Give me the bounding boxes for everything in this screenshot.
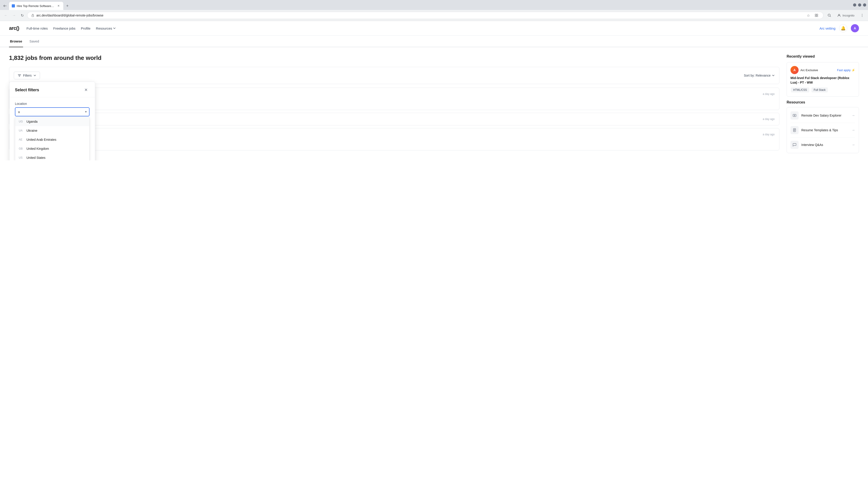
arc-vetting-link[interactable]: Arc vetting xyxy=(819,26,835,30)
featured-job-logo: A xyxy=(790,66,799,74)
tab-list-btn[interactable] xyxy=(2,3,8,9)
address-bar[interactable]: arc.dev/dashboard/d/global-remote-jobs/b… xyxy=(27,12,824,19)
back-btn[interactable]: ← xyxy=(3,12,9,19)
tab-bar: Hire Top Remote Software Dev... ✕ + — ⬜ … xyxy=(0,0,868,10)
country-name: United States xyxy=(26,156,45,160)
nav-right: Arc vetting 🔔 A xyxy=(819,24,859,32)
interview-resource-icon xyxy=(790,141,799,149)
country-name: Uganda xyxy=(26,120,37,123)
table-row[interactable]: ...itive SoC a day ago Algorithm Communi… xyxy=(9,88,779,110)
dialog-close-btn[interactable]: ✕ xyxy=(82,86,90,94)
resources-title: Resources xyxy=(786,100,859,104)
incognito-badge[interactable]: Incognito xyxy=(834,12,857,18)
resource-arrow-icon: → xyxy=(851,113,855,118)
lightning-icon: ⚡ xyxy=(851,68,855,72)
extensions-btn[interactable] xyxy=(813,12,819,19)
nav-fulltime[interactable]: Full-time roles xyxy=(26,26,48,30)
minimize-btn[interactable]: — xyxy=(853,3,856,6)
forward-btn[interactable]: → xyxy=(11,12,17,19)
list-item[interactable]: UG Uganda xyxy=(15,117,89,126)
location-dropdown: UG Uganda UA Ukraine AE xyxy=(15,117,90,160)
new-tab-btn[interactable]: + xyxy=(64,3,70,9)
resume-resource-icon xyxy=(790,126,799,134)
filters-chevron-icon xyxy=(33,74,36,77)
tag: Full Stack xyxy=(811,88,828,92)
table-row[interactable]: a day ago xyxy=(9,113,779,125)
list-item[interactable]: US United States xyxy=(15,153,89,160)
dropdown-scroll[interactable]: UG Uganda UA Ukraine AE xyxy=(15,117,89,160)
featured-job-title: Mid-level Ful Stack developoer (Roblox L… xyxy=(790,76,855,85)
country-name: United Arab Emirates xyxy=(26,138,56,141)
country-code: UA xyxy=(19,129,24,132)
resource-item-resume[interactable]: Resume Templates & Tips → xyxy=(790,123,855,138)
sort-chevron-icon xyxy=(772,74,775,77)
svg-rect-2 xyxy=(817,14,818,15)
bookmark-btn[interactable]: ☆ xyxy=(805,12,811,19)
notifications-btn[interactable]: 🔔 xyxy=(839,24,847,32)
country-code: UG xyxy=(19,120,24,123)
country-code: GB xyxy=(19,147,24,150)
active-tab[interactable]: Hire Top Remote Software Dev... ✕ xyxy=(9,2,63,10)
left-panel: 1,832 jobs from around the world Filters… xyxy=(9,55,779,153)
tab-browse[interactable]: Browse xyxy=(9,36,23,47)
fast-apply-badge: Fast apply ⚡ xyxy=(837,68,855,72)
list-item[interactable]: GB United Kingdom xyxy=(15,144,89,153)
sort-by[interactable]: Sort by: Relevance xyxy=(744,74,775,77)
filter-dialog-title: Select filters xyxy=(15,88,39,92)
resource-name: Interview Q&As xyxy=(801,143,823,147)
job-time: a day ago xyxy=(763,133,775,136)
filter-dialog-header: Select filters ✕ xyxy=(9,82,95,97)
job-time: a day ago xyxy=(763,118,775,121)
nav-freelance[interactable]: Freelance jobs xyxy=(53,26,75,30)
jobs-count: 1,832 jobs from around the world xyxy=(9,55,779,61)
resource-arrow-icon: → xyxy=(851,143,855,147)
list-item[interactable]: AE United Arab Emirates xyxy=(15,135,89,144)
tab-title: Hire Top Remote Software Dev... xyxy=(17,4,55,8)
featured-job-header: A Arc Exclusive Fast apply ⚡ xyxy=(790,66,855,74)
location-input-chevron-icon: ▼ xyxy=(85,110,87,113)
filters-btn[interactable]: Filters xyxy=(14,72,40,79)
reload-btn[interactable]: ↻ xyxy=(19,12,25,19)
resources-container: Remote Dev Salary Explorer → Resume Temp… xyxy=(786,107,859,153)
svg-point-9 xyxy=(862,16,862,17)
svg-rect-3 xyxy=(815,15,816,17)
address-text: arc.dev/dashboard/d/global-remote-jobs/b… xyxy=(36,13,103,17)
filter-dialog: Select filters ✕ Location ▼ UG xyxy=(9,82,95,160)
window-controls: — ⬜ ✕ xyxy=(853,3,866,8)
lock-icon xyxy=(31,13,35,17)
menu-btn[interactable] xyxy=(859,12,865,19)
resource-left: Resume Templates & Tips xyxy=(790,126,838,134)
svg-rect-0 xyxy=(32,15,34,17)
location-label: Location xyxy=(15,102,90,105)
resource-item-interview[interactable]: Interview Q&As → xyxy=(790,138,855,152)
site-header: arc() Full-time roles Freelance jobs Pro… xyxy=(0,21,868,36)
featured-job-card[interactable]: A Arc Exclusive Fast apply ⚡ Mid-level F… xyxy=(786,62,859,97)
resource-arrow-icon: → xyxy=(851,128,855,132)
resource-item-salary[interactable]: Remote Dev Salary Explorer → xyxy=(790,108,855,123)
location-input-wrap: ▼ UG Uganda UA xyxy=(15,107,90,116)
filter-dialog-body: Location ▼ UG Uganda xyxy=(9,97,95,160)
tab-favicon xyxy=(12,4,15,7)
country-code: AE xyxy=(19,138,24,141)
country-code: US xyxy=(19,156,24,159)
address-bar-row: ← → ↻ arc.dev/dashboard/d/global-remote-… xyxy=(0,10,868,21)
location-input[interactable] xyxy=(15,107,90,116)
svg-rect-4 xyxy=(817,15,818,17)
table-row[interactable]: ...ve a day ago ration Network xyxy=(9,128,779,151)
resource-name: Remote Dev Salary Explorer xyxy=(801,113,841,117)
resources-chevron-icon xyxy=(113,27,116,30)
list-item[interactable]: UA Ukraine xyxy=(15,126,89,135)
tab-saved[interactable]: Saved xyxy=(29,36,40,47)
search-btn[interactable] xyxy=(826,12,833,19)
nav-resources[interactable]: Resources xyxy=(96,26,116,30)
restore-btn[interactable]: ⬜ xyxy=(858,3,861,6)
close-btn[interactable]: ✕ xyxy=(863,3,866,6)
job-tags: Algorithm Communication xyxy=(14,99,775,105)
job-list: ...itive SoC a day ago Algorithm Communi… xyxy=(9,88,779,151)
tab-close-btn[interactable]: ✕ xyxy=(57,4,61,8)
resource-left: Remote Dev Salary Explorer xyxy=(790,111,841,120)
site-logo[interactable]: arc() xyxy=(9,25,19,31)
avatar[interactable]: A xyxy=(851,24,859,32)
nav-profile[interactable]: Profile xyxy=(81,26,91,30)
featured-job-tags: HTML/CSS Full Stack xyxy=(790,87,855,93)
